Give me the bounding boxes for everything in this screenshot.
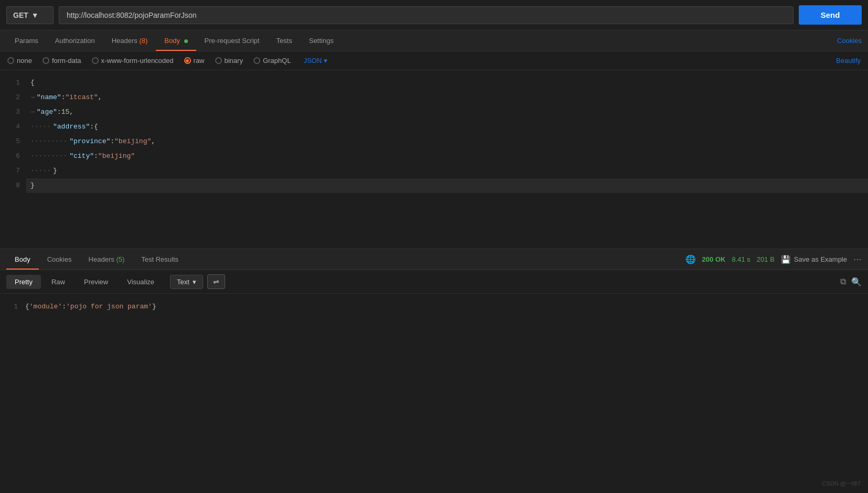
save-icon: 💾 bbox=[781, 255, 791, 264]
radio-circle-graphql bbox=[253, 57, 260, 64]
response-section: Body Cookies Headers (5) Test Results 🌐 … bbox=[0, 249, 868, 319]
radio-raw[interactable]: raw bbox=[184, 57, 205, 65]
radio-graphql[interactable]: GraphQL bbox=[253, 57, 291, 65]
radio-none[interactable]: none bbox=[7, 57, 32, 65]
response-meta: 🌐 200 OK 8.41 s 201 B 💾 Save as Example … bbox=[685, 254, 862, 264]
radio-circle-urlencoded bbox=[92, 57, 99, 64]
resp-subtab-preview[interactable]: Preview bbox=[76, 275, 117, 289]
body-type-row: none form-data x-www-form-urlencoded raw… bbox=[0, 51, 868, 70]
response-size: 201 B bbox=[757, 255, 775, 263]
wrap-button[interactable]: ⇌ bbox=[207, 274, 225, 289]
radio-circle-none bbox=[7, 57, 14, 64]
send-button[interactable]: Send bbox=[799, 5, 862, 25]
text-type-dropdown[interactable]: Text ▾ bbox=[170, 275, 203, 289]
radio-urlencoded[interactable]: x-www-form-urlencoded bbox=[92, 57, 174, 65]
code-line-6: ········· "city":"beijing" bbox=[26, 149, 868, 164]
cookies-link[interactable]: Cookies bbox=[837, 37, 862, 45]
resp-code-line-1: 1 {'module':'pojo for json param'} bbox=[0, 299, 868, 314]
resp-tab-headers[interactable]: Headers (5) bbox=[80, 249, 133, 270]
request-body-editor[interactable]: 1 2 3 4 5 6 7 8 { → "name":"itcast", → "… bbox=[0, 70, 868, 217]
chevron-down-icon: ▾ bbox=[324, 57, 327, 65]
tab-prerequest[interactable]: Pre-request Script bbox=[196, 30, 268, 51]
tab-headers[interactable]: Headers (8) bbox=[103, 30, 156, 51]
body-active-indicator bbox=[184, 39, 188, 43]
method-dropdown[interactable]: GET ▼ bbox=[6, 6, 54, 24]
tab-tests[interactable]: Tests bbox=[268, 30, 300, 51]
copy-icon[interactable]: ⧉ bbox=[840, 277, 846, 286]
json-type-dropdown[interactable]: JSON ▾ bbox=[303, 57, 327, 65]
url-input[interactable] bbox=[59, 6, 793, 24]
resp-tab-test-results[interactable]: Test Results bbox=[133, 249, 187, 270]
top-bar: GET ▼ Send bbox=[0, 0, 868, 30]
radio-circle-binary bbox=[215, 57, 222, 64]
response-sub-tabs: Pretty Raw Preview Visualize Text ▾ ⇌ ⧉ … bbox=[0, 270, 868, 294]
radio-circle-raw bbox=[184, 57, 191, 64]
chevron-down-icon: ▾ bbox=[193, 278, 196, 286]
resp-subtab-pretty[interactable]: Pretty bbox=[6, 275, 41, 289]
resp-subtab-raw[interactable]: Raw bbox=[43, 275, 73, 289]
code-line-5: ········· "province":"beijing", bbox=[26, 134, 868, 149]
status-badge: 200 OK bbox=[702, 255, 726, 263]
radio-binary[interactable]: binary bbox=[215, 57, 243, 65]
code-line-1: { bbox=[26, 76, 868, 90]
code-line-2: → "name":"itcast", bbox=[26, 90, 868, 105]
watermark: CSDN @一哗7 bbox=[822, 480, 861, 488]
editor-empty-space bbox=[0, 217, 868, 249]
response-tabs: Body Cookies Headers (5) Test Results 🌐 … bbox=[0, 249, 868, 270]
search-icon[interactable]: 🔍 bbox=[851, 277, 862, 287]
code-line-7: ····· } bbox=[26, 164, 868, 178]
method-label: GET bbox=[13, 11, 28, 19]
code-line-8: } bbox=[26, 178, 868, 193]
wrap-icon: ⇌ bbox=[213, 277, 219, 286]
resp-tab-cookies[interactable]: Cookies bbox=[39, 249, 80, 270]
radio-circle-formdata bbox=[43, 57, 49, 64]
tab-authorization[interactable]: Authorization bbox=[47, 30, 103, 51]
tab-body[interactable]: Body bbox=[156, 30, 196, 51]
chevron-down-icon: ▼ bbox=[31, 11, 39, 19]
more-options-icon[interactable]: ⋯ bbox=[853, 254, 862, 264]
code-content[interactable]: { → "name":"itcast", → "age":15, ····· "… bbox=[26, 70, 868, 217]
beautify-button[interactable]: Beautify bbox=[836, 57, 861, 65]
request-tabs: Params Authorization Headers (8) Body Pr… bbox=[0, 30, 868, 51]
resp-tab-body[interactable]: Body bbox=[6, 249, 39, 270]
resp-subtab-visualize[interactable]: Visualize bbox=[119, 275, 163, 289]
save-as-example-button[interactable]: 💾 Save as Example bbox=[781, 255, 847, 264]
response-time: 8.41 s bbox=[732, 255, 750, 263]
response-code-area: 1 {'module':'pojo for json param'} bbox=[0, 294, 868, 319]
globe-icon: 🌐 bbox=[685, 254, 696, 264]
response-action-icons: ⧉ 🔍 bbox=[840, 277, 862, 287]
tab-params[interactable]: Params bbox=[6, 30, 47, 51]
code-line-3: → "age":15, bbox=[26, 105, 868, 120]
tab-settings[interactable]: Settings bbox=[301, 30, 342, 51]
radio-formdata[interactable]: form-data bbox=[43, 57, 81, 65]
code-line-4: ····· "address":{ bbox=[26, 120, 868, 134]
resp-code-content: {'module':'pojo for json param'} bbox=[25, 303, 156, 310]
line-numbers: 1 2 3 4 5 6 7 8 bbox=[0, 70, 26, 217]
